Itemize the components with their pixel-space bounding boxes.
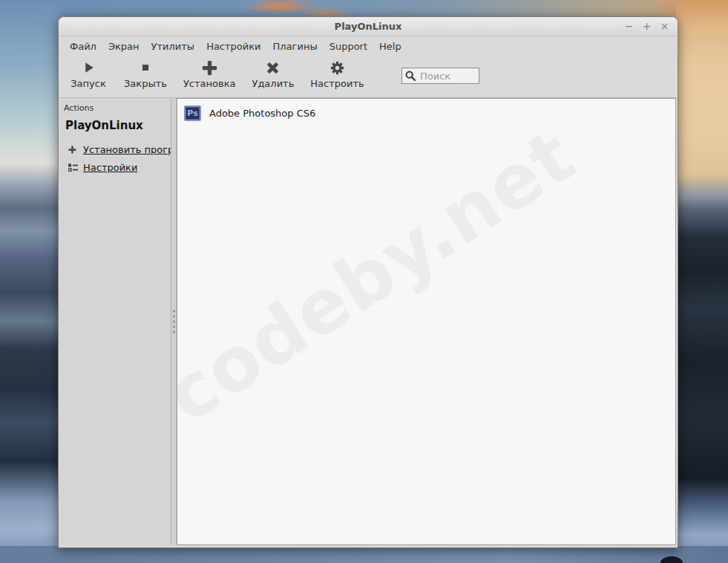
close-button[interactable]: × (659, 19, 670, 33)
menu-support[interactable]: Support (324, 39, 373, 54)
programs-list-panel: codeby.net Ps Adobe Photoshop CS6 (177, 98, 676, 545)
toolbar: Запуск Закрыть Установка Удалить (59, 56, 678, 97)
gear-icon (329, 59, 345, 77)
sidebar-title: PlayOnLinux (65, 119, 171, 132)
splitter-grip-icon (173, 307, 175, 336)
maximize-button[interactable]: + (641, 19, 652, 33)
wallpaper-forest-right (676, 0, 728, 563)
search-box (401, 68, 479, 84)
window-titlebar[interactable]: PlayOnLinux − + × (59, 17, 678, 36)
configure-button-label: Настроить (310, 78, 364, 89)
menu-help[interactable]: Help (373, 39, 407, 54)
menu-tools[interactable]: Утилиты (145, 39, 201, 54)
remove-button[interactable]: Удалить (252, 59, 294, 89)
configure-button[interactable]: Настроить (310, 59, 364, 89)
stop-button[interactable]: Закрыть (124, 59, 167, 89)
menu-bar: Файл Экран Утилиты Настройки Плагины Sup… (59, 36, 678, 56)
run-button-label: Запуск (70, 78, 106, 89)
menu-settings[interactable]: Настройки (200, 39, 266, 54)
wallpaper-mountain-left (0, 0, 59, 563)
sidebar-item-install-label: Установить программу (83, 144, 171, 155)
window-title: PlayOnLinux (59, 21, 678, 32)
sidebar-item-settings-label: Настройки (83, 162, 137, 173)
window-controls: − + × (623, 19, 670, 33)
run-button[interactable]: Запуск (69, 59, 108, 89)
play-icon (82, 59, 95, 77)
menu-file[interactable]: Файл (64, 39, 102, 54)
sidebar-splitter[interactable] (171, 98, 177, 545)
stop-icon (140, 59, 151, 77)
list-item-label: Adobe Photoshop CS6 (209, 108, 315, 119)
actions-sidebar: Actions PlayOnLinux Установить программу (59, 98, 171, 545)
menu-display[interactable]: Экран (102, 39, 145, 54)
settings-list-icon (68, 163, 83, 172)
remove-button-label: Удалить (252, 78, 294, 89)
cross-icon (266, 59, 280, 77)
plus-icon (202, 59, 217, 77)
list-item-photoshop[interactable]: Ps Adobe Photoshop CS6 (177, 99, 675, 121)
stop-button-label: Закрыть (124, 78, 167, 89)
wallpaper-snow-bottom (0, 546, 728, 563)
playonlinux-window: PlayOnLinux − + × Файл Экран Утилиты Нас… (58, 16, 678, 548)
sidebar-item-install[interactable]: Установить программу (68, 144, 171, 155)
search-icon (404, 70, 416, 82)
plus-icon (68, 146, 83, 154)
menu-plugins[interactable]: Плагины (267, 39, 324, 54)
sidebar-caption: Actions (64, 103, 171, 113)
watermark: codeby.net (177, 98, 618, 458)
sidebar-item-settings[interactable]: Настройки (68, 162, 171, 173)
content-area: Actions PlayOnLinux Установить программу (59, 97, 677, 545)
minimize-button[interactable]: − (623, 19, 634, 33)
install-button-label: Установка (183, 78, 236, 89)
photoshop-icon: Ps (184, 105, 201, 121)
install-button[interactable]: Установка (183, 59, 236, 89)
